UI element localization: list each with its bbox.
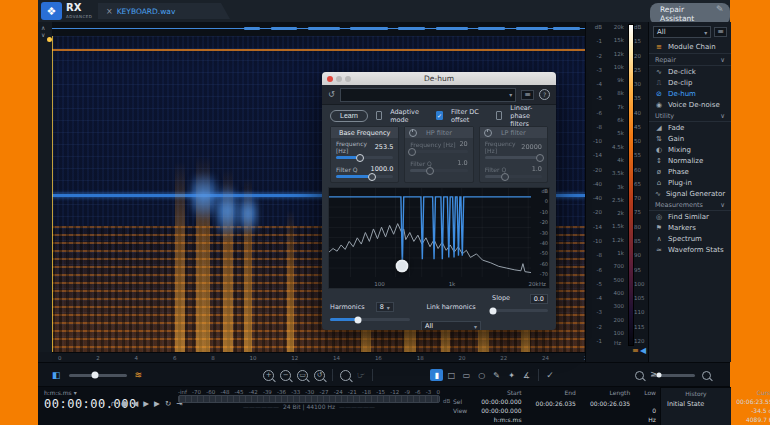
slider-knob[interactable] xyxy=(426,167,434,175)
previous-button[interactable]: ◀ xyxy=(133,399,139,408)
linear-phase-checkbox[interactable] xyxy=(496,111,502,120)
harmonics-stepper[interactable]: 8▾ xyxy=(376,302,394,312)
sidebar-module-item[interactable]: ⊘De-hum xyxy=(649,88,731,99)
playhead-line[interactable] xyxy=(52,36,53,352)
next-button[interactable]: ▶ xyxy=(154,399,160,408)
filter-q-value[interactable]: 1000.0 xyxy=(371,165,394,173)
collapse-down-icon[interactable]: ∨ xyxy=(41,31,45,38)
section-header-repair[interactable]: Repair ∨ xyxy=(649,54,731,66)
blend-slider[interactable] xyxy=(69,374,127,377)
waveform-overview[interactable] xyxy=(52,22,585,37)
sidebar-module-item[interactable]: øPhase xyxy=(649,166,731,177)
loop-button[interactable]: ↻ xyxy=(165,399,171,408)
collapse-up-icon[interactable]: ∧ xyxy=(41,24,45,31)
slider-knob[interactable] xyxy=(490,307,497,314)
gain-tool[interactable]: ∡ xyxy=(520,369,533,381)
frequency-value[interactable]: 20000 xyxy=(521,143,542,151)
link-harmonics-dropdown[interactable]: All▾ xyxy=(421,321,481,330)
base-q-slider[interactable] xyxy=(336,175,393,178)
notch-drag-handle[interactable] xyxy=(396,260,409,273)
sidebar-module-item[interactable]: ∿De-click xyxy=(649,66,731,77)
power-toggle-icon[interactable] xyxy=(409,129,417,137)
sidebar-module-item[interactable]: ⎍De-clip xyxy=(649,77,731,88)
preset-menu-icon[interactable]: ≡ xyxy=(521,90,534,100)
file-tab[interactable]: × KEYBOARD.wav xyxy=(98,3,230,19)
blend-slider-knob[interactable] xyxy=(91,372,98,379)
slider-knob[interactable] xyxy=(536,154,544,162)
vertical-zoom-out-icon[interactable] xyxy=(635,371,644,380)
adaptive-mode-checkbox[interactable] xyxy=(376,111,382,120)
hand-tool-icon[interactable]: ☞ xyxy=(357,370,365,380)
module-chain-item[interactable]: ≡ Module Chain xyxy=(649,41,731,54)
filter-q-value[interactable]: 1.0 xyxy=(532,165,542,173)
brush-selection-tool[interactable]: ✎ xyxy=(490,369,503,381)
monitor-speaker-icon[interactable]: ◀ xyxy=(640,346,646,355)
sidebar-module-item[interactable]: ◉Voice De-noise xyxy=(649,99,731,110)
zoom-out-icon[interactable]: − xyxy=(280,370,291,381)
sidebar-module-item[interactable]: ≈Waveform Stats xyxy=(649,244,731,255)
rectangle-selection-glyph: □ xyxy=(448,371,456,380)
hp-frequency-slider[interactable] xyxy=(410,150,467,153)
sidebar-module-item[interactable]: ⌂Plug-in xyxy=(649,177,731,188)
module-filter-dropdown[interactable]: All ▾ xyxy=(653,26,711,38)
slider-knob[interactable] xyxy=(501,173,509,181)
time-format-selector[interactable]: h:m:s.ms ▾ xyxy=(44,389,77,396)
slider-knob[interactable] xyxy=(368,173,376,181)
slope-slider[interactable] xyxy=(492,309,548,312)
base-frequency-slider[interactable] xyxy=(336,156,393,159)
history-item[interactable]: Initial State xyxy=(661,397,731,411)
sidebar-module-item[interactable]: ◢Fade xyxy=(649,122,731,133)
harmonics-slider[interactable] xyxy=(330,318,410,321)
filter-q-value[interactable]: 1.0 xyxy=(457,159,467,167)
slider-knob[interactable] xyxy=(408,148,416,156)
play-button[interactable]: ▶ xyxy=(143,399,149,408)
frequency-value[interactable]: 20 xyxy=(459,140,467,148)
lp-q-slider[interactable] xyxy=(485,175,542,178)
filter-response-graph[interactable]: dB0-10-20-30-40-50-60-70 1001k20k Hz xyxy=(328,187,550,289)
preset-dropdown[interactable]: ▾ xyxy=(340,88,517,102)
record-button[interactable]: ● xyxy=(121,399,128,408)
sidebar-module-item[interactable]: ↕Normalize xyxy=(649,155,731,166)
monitor-icon[interactable]: ∩ xyxy=(111,399,117,408)
edit-pen-icon[interactable]: ✎ xyxy=(716,4,724,14)
section-header-measurements[interactable]: Measurements ∨ xyxy=(649,199,731,211)
band-selection-tool[interactable]: ▭ xyxy=(460,369,473,381)
lp-frequency-slider[interactable] xyxy=(485,156,542,159)
sidebar-module-item[interactable]: ∧Spectrum xyxy=(649,233,731,244)
slope-value[interactable]: 0.0 xyxy=(530,294,548,304)
tab-label[interactable]: KEYBOARD.wav xyxy=(117,7,176,16)
slider-knob[interactable] xyxy=(355,316,362,323)
module-menu-icon[interactable]: ≡ xyxy=(714,27,727,37)
preset-history-icon[interactable]: ↺ xyxy=(328,90,335,99)
magnifier-tool-icon[interactable] xyxy=(340,370,351,381)
sidebar-module-item[interactable]: ⇅Gain xyxy=(649,133,731,144)
filter-dc-offset-checkbox[interactable] xyxy=(436,111,443,120)
magic-wand-tool[interactable]: ✦ xyxy=(505,369,518,381)
power-toggle-icon[interactable] xyxy=(484,129,492,137)
time-selection-tool[interactable]: ▮ xyxy=(430,369,443,381)
sidebar-module-item[interactable]: ⚑Markers xyxy=(649,222,731,233)
lasso-selection-tool[interactable]: ○ xyxy=(475,369,488,381)
confirm-selection-icon[interactable]: ✓ xyxy=(546,370,554,380)
frequency-value[interactable]: 253.5 xyxy=(375,143,394,151)
module-icon: ◐ xyxy=(655,146,663,154)
help-icon[interactable]: ? xyxy=(539,89,550,100)
sidebar-module-item[interactable]: ◎Find Similar xyxy=(649,211,731,222)
tab-close-icon[interactable]: × xyxy=(106,7,113,16)
zoom-reset-icon[interactable]: ↺ xyxy=(314,370,325,381)
slider-knob[interactable] xyxy=(356,154,364,162)
spectrogram-blend-icon[interactable]: ≋ xyxy=(135,370,143,380)
sidebar-module-item[interactable]: ∿Signal Generator xyxy=(649,188,731,199)
zoom-selection-icon[interactable]: ▭ xyxy=(297,370,308,381)
sidebar-module-item[interactable]: ◐Mixing xyxy=(649,144,731,155)
waveform-blend-icon[interactable]: ◧ xyxy=(52,370,61,380)
vertical-zoom-in-icon[interactable] xyxy=(702,371,711,380)
learn-button[interactable]: Learn xyxy=(330,110,368,122)
hp-q-slider[interactable] xyxy=(410,169,467,172)
spectrogram-settings-icon[interactable]: ≡ xyxy=(632,346,639,355)
panel-expand-button[interactable]: > xyxy=(650,369,658,379)
zoom-in-icon[interactable]: + xyxy=(263,370,274,381)
rectangle-selection-tool[interactable]: □ xyxy=(445,369,458,381)
section-header-utility[interactable]: Utility ∨ xyxy=(649,110,731,122)
dialog-titlebar[interactable]: De-hum xyxy=(322,72,556,85)
